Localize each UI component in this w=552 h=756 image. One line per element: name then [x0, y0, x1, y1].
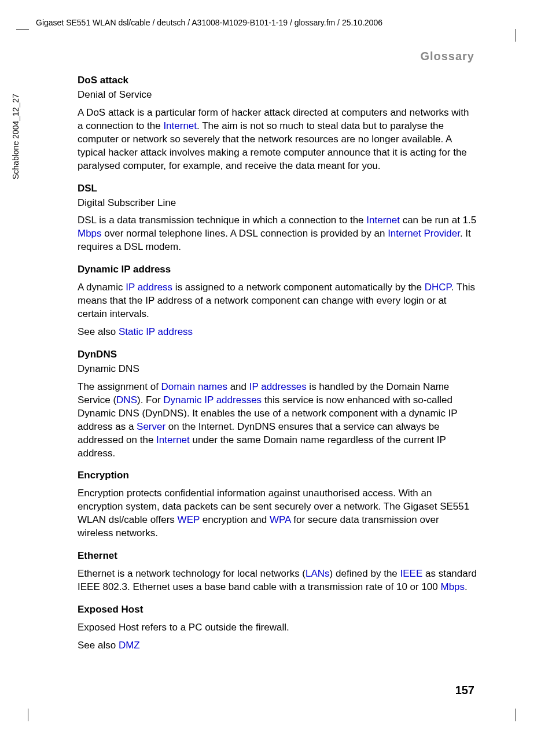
crop-mark [28, 709, 28, 721]
text: and [227, 381, 249, 392]
link-wpa[interactable]: WPA [270, 514, 291, 525]
term-dynamic-ip: Dynamic IP address [78, 263, 477, 276]
paragraph: See also Static IP address [78, 326, 477, 339]
text: encryption and [200, 514, 270, 525]
text: Ethernet is a network technology for loc… [78, 568, 306, 579]
text: A dynamic [78, 282, 126, 293]
text: DSL is a data transmission technique in … [78, 215, 366, 226]
paragraph: Encryption protects confidential informa… [78, 487, 477, 540]
link-dynamic-ip-addresses[interactable]: Dynamic IP addresses [163, 394, 262, 405]
link-internet[interactable]: Internet [163, 120, 197, 131]
link-internet-provider[interactable]: Internet Provider [388, 228, 460, 239]
paragraph: Exposed Host refers to a PC outside the … [78, 621, 477, 635]
link-ip-addresses[interactable]: IP addresses [249, 381, 307, 392]
glossary-content: DoS attack Denial of Service A DoS attac… [78, 74, 477, 652]
link-mbps[interactable]: Mbps [78, 228, 102, 239]
paragraph: See also DMZ [78, 639, 477, 652]
paragraph: DSL is a data transmission technique in … [78, 214, 477, 254]
link-internet[interactable]: Internet [366, 215, 400, 226]
term-dyndns: DynDNS [78, 348, 477, 362]
link-static-ip[interactable]: Static IP address [119, 326, 193, 337]
term-subtitle: Dynamic DNS [78, 363, 477, 376]
term-encryption: Encryption [78, 469, 477, 482]
text: can be run at 1.5 [400, 215, 476, 226]
text: . [465, 581, 468, 592]
link-dhcp[interactable]: DHCP [425, 282, 451, 293]
term-dos-attack: DoS attack [78, 74, 477, 87]
link-lans[interactable]: LANs [306, 568, 330, 579]
link-dmz[interactable]: DMZ [119, 640, 140, 651]
link-internet[interactable]: Internet [156, 434, 190, 445]
link-mbps[interactable]: Mbps [441, 581, 465, 592]
term-subtitle: Denial of Service [78, 88, 477, 102]
link-wep[interactable]: WEP [178, 514, 200, 525]
crop-mark [516, 709, 516, 721]
text: ) defined by the [330, 568, 400, 579]
text: ). For [137, 394, 163, 405]
template-stamp: Schablone 2004_12_27 [10, 94, 21, 179]
page-number: 157 [455, 683, 474, 698]
text: Exposed Host refers to a PC outside the … [78, 622, 289, 633]
term-ethernet: Ethernet [78, 550, 477, 563]
link-ip-address[interactable]: IP address [126, 282, 172, 293]
section-title: Glossary [420, 49, 474, 64]
link-domain-names[interactable]: Domain names [161, 381, 227, 392]
paragraph: A DoS attack is a particular form of hac… [78, 106, 477, 173]
text: is assigned to a network component autom… [172, 282, 425, 293]
term-subtitle: Digital Subscriber Line [78, 197, 477, 210]
link-server[interactable]: Server [137, 421, 165, 432]
paragraph: The assignment of Domain names and IP ad… [78, 381, 477, 460]
text: The assignment of [78, 381, 161, 392]
paragraph: Ethernet is a network technology for loc… [78, 567, 477, 594]
text: See also [78, 640, 119, 651]
paragraph: A dynamic IP address is assigned to a ne… [78, 281, 477, 321]
link-dns[interactable]: DNS [116, 394, 137, 405]
crop-mark [516, 29, 516, 42]
term-dsl: DSL [78, 182, 477, 196]
doc-header: Gigaset SE551 WLAN dsl/cable / deutsch /… [36, 17, 382, 28]
text: See also [78, 326, 119, 337]
text: over normal telephone lines. A DSL conne… [102, 228, 388, 239]
link-ieee[interactable]: IEEE [400, 568, 423, 579]
crop-mark [16, 29, 29, 29]
term-exposed-host: Exposed Host [78, 603, 477, 617]
